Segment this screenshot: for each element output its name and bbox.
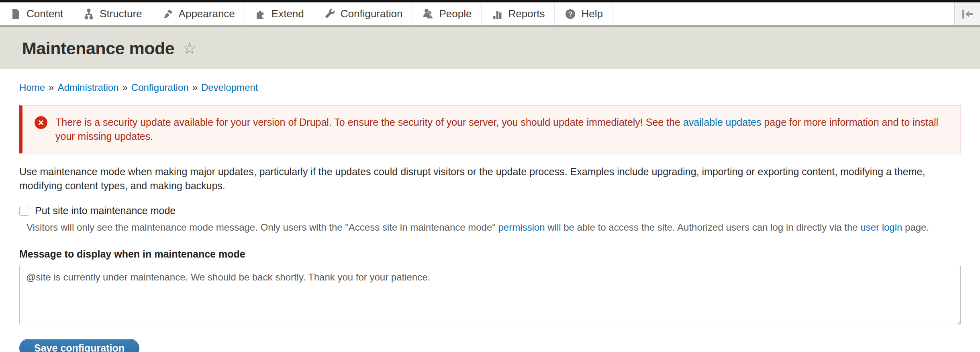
toolbar-item-appearance[interactable]: Appearance <box>152 2 245 25</box>
maintenance-mode-checkbox-row: Put site into maintenance mode <box>19 205 961 217</box>
maintenance-message-textarea[interactable]: @site is currently under maintenance. We… <box>19 265 961 325</box>
toolbar-item-label: Reports <box>508 8 545 20</box>
toolbar-item-label: Extend <box>272 8 304 20</box>
maintenance-message-form-item: Message to display when in maintenance m… <box>19 248 961 327</box>
wrench-icon <box>324 8 336 20</box>
maintenance-mode-checkbox-label[interactable]: Put site into maintenance mode <box>35 205 176 217</box>
people-icon <box>422 8 434 20</box>
shortcut-star-icon[interactable]: ☆ <box>182 40 197 56</box>
error-message-text: There is a security update available for… <box>55 115 948 143</box>
paintbrush-icon <box>162 8 174 20</box>
collapse-left-icon <box>961 8 974 20</box>
toolbar-item-extend[interactable]: Extend <box>245 2 314 25</box>
svg-text:?: ? <box>568 10 572 18</box>
toolbar-spacer <box>613 2 954 25</box>
permission-link[interactable]: permission <box>498 222 545 233</box>
breadcrumb-link-home[interactable]: Home <box>19 82 45 93</box>
description-text-after: page. <box>902 222 929 233</box>
help-icon: ? <box>564 8 576 20</box>
toolbar-item-structure[interactable]: Structure <box>73 2 152 25</box>
toolbar-item-label: Help <box>581 8 602 20</box>
page-title: Maintenance mode <box>22 39 174 58</box>
toolbar-item-reports[interactable]: Reports <box>482 2 555 25</box>
toolbar-item-help[interactable]: ? Help <box>555 2 612 25</box>
breadcrumb-link-development[interactable]: Development <box>201 82 258 93</box>
puzzle-icon <box>255 8 267 20</box>
toolbar-item-people[interactable]: People <box>412 2 482 25</box>
toolbar-item-configuration[interactable]: Configuration <box>314 2 413 25</box>
security-update-error-message: ✕ There is a security update available f… <box>19 105 961 153</box>
breadcrumb-separator: » <box>192 82 198 93</box>
error-text-before-link: There is a security update available for… <box>55 117 683 128</box>
maintenance-message-label: Message to display when in maintenance m… <box>19 248 961 260</box>
breadcrumb-separator: » <box>49 82 54 93</box>
maintenance-mode-checkbox[interactable] <box>19 206 29 216</box>
available-updates-link[interactable]: available updates <box>683 117 762 128</box>
toolbar-item-label: Appearance <box>179 8 235 20</box>
toolbar-item-content[interactable]: Content <box>0 2 73 25</box>
maintenance-mode-checkbox-description: Visitors will only see the maintenance m… <box>27 221 961 234</box>
breadcrumb-link-configuration[interactable]: Configuration <box>131 82 189 93</box>
main-content: Home»Administration»Configuration»Develo… <box>0 82 980 352</box>
maintenance-mode-intro-text: Use maintenance mode when making major u… <box>19 165 961 193</box>
admin-toolbar: Content Structure Appearance Extend Conf… <box>0 2 980 27</box>
save-configuration-button[interactable]: Save configuration <box>19 339 139 352</box>
description-text-before-permission: Visitors will only see the maintenance m… <box>27 222 498 233</box>
toolbar-item-label: Configuration <box>341 8 403 20</box>
error-icon: ✕ <box>35 116 47 129</box>
toolbar-item-label: People <box>439 8 472 20</box>
toolbar-item-label: Content <box>27 8 63 20</box>
file-icon <box>10 8 22 20</box>
breadcrumb: Home»Administration»Configuration»Develo… <box>19 82 961 93</box>
breadcrumb-separator: » <box>122 82 127 93</box>
bar-chart-icon <box>491 8 503 20</box>
page-header: Maintenance mode ☆ <box>0 27 980 69</box>
user-login-link[interactable]: user login <box>860 222 902 233</box>
sitemap-icon <box>83 8 95 20</box>
toolbar-orientation-toggle[interactable] <box>954 2 980 25</box>
form-actions: Save configuration <box>19 339 961 352</box>
breadcrumb-link-administration[interactable]: Administration <box>57 82 118 93</box>
toolbar-item-label: Structure <box>100 8 142 20</box>
description-text-between: will be able to access the site. Authori… <box>545 222 861 233</box>
